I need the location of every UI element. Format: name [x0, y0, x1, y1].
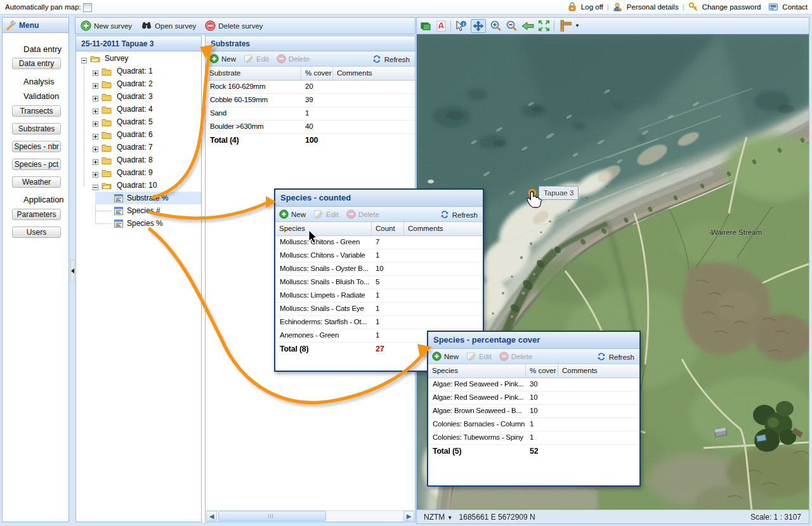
- svg-text:i: i: [462, 21, 464, 27]
